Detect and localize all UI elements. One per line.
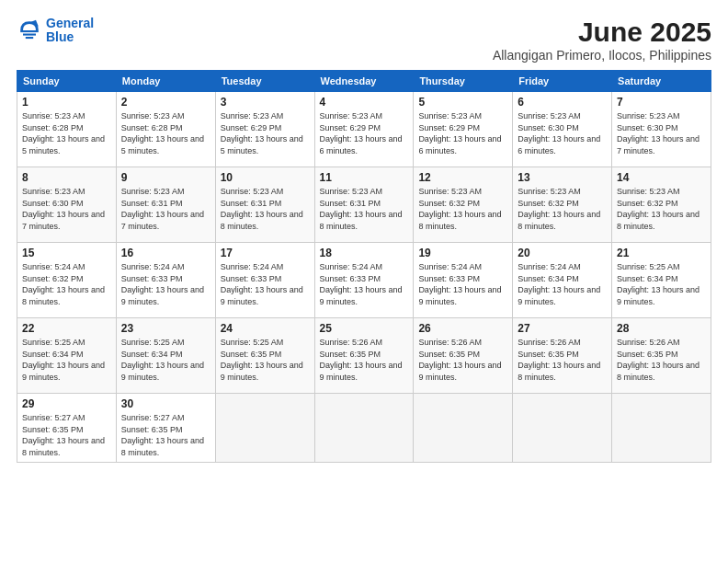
- day-info: Sunrise: 5:25 AM Sunset: 6:34 PM Dayligh…: [617, 261, 706, 307]
- logo-icon: [17, 17, 42, 43]
- day-number: 17: [221, 247, 310, 259]
- col-sunday: Sunday: [17, 71, 117, 92]
- day-number: 10: [221, 171, 310, 184]
- table-row: 12 Sunrise: 5:23 AM Sunset: 6:32 PM Dayl…: [414, 167, 513, 243]
- table-row: 27 Sunrise: 5:26 AM Sunset: 6:35 PM Dayl…: [513, 318, 612, 394]
- table-row: 21 Sunrise: 5:25 AM Sunset: 6:34 PM Dayl…: [612, 243, 711, 318]
- table-row: 28 Sunrise: 5:26 AM Sunset: 6:35 PM Dayl…: [612, 318, 711, 394]
- day-number: 18: [320, 247, 409, 259]
- day-number: 19: [418, 247, 507, 259]
- table-row: 8 Sunrise: 5:23 AM Sunset: 6:30 PM Dayli…: [17, 167, 117, 243]
- day-info: Sunrise: 5:23 AM Sunset: 6:29 PM Dayligh…: [221, 110, 310, 156]
- page: General Blue June 2025 Allangigan Primer…: [0, 0, 728, 563]
- day-info: Sunrise: 5:23 AM Sunset: 6:29 PM Dayligh…: [320, 110, 409, 156]
- table-row: 7 Sunrise: 5:23 AM Sunset: 6:30 PM Dayli…: [612, 92, 711, 167]
- day-number: 8: [22, 171, 111, 184]
- day-info: Sunrise: 5:26 AM Sunset: 6:35 PM Dayligh…: [320, 337, 409, 383]
- day-number: 13: [518, 171, 607, 184]
- table-row: 9 Sunrise: 5:23 AM Sunset: 6:31 PM Dayli…: [116, 167, 215, 243]
- day-number: 22: [22, 322, 111, 335]
- col-saturday: Saturday: [612, 71, 711, 92]
- day-info: Sunrise: 5:25 AM Sunset: 6:34 PM Dayligh…: [121, 337, 210, 383]
- calendar-row: 22 Sunrise: 5:25 AM Sunset: 6:34 PM Dayl…: [17, 318, 711, 394]
- day-number: 25: [320, 322, 409, 335]
- table-row: [414, 394, 513, 463]
- location-title: Allangigan Primero, Ilocos, Philippines: [493, 48, 711, 63]
- day-number: 24: [221, 322, 310, 335]
- day-number: 4: [320, 96, 409, 109]
- table-row: 30 Sunrise: 5:27 AM Sunset: 6:35 PM Dayl…: [116, 394, 215, 463]
- table-row: 14 Sunrise: 5:23 AM Sunset: 6:32 PM Dayl…: [612, 167, 711, 243]
- svg-rect-1: [23, 34, 36, 36]
- table-row: 1 Sunrise: 5:23 AM Sunset: 6:28 PM Dayli…: [17, 92, 117, 167]
- day-number: 1: [22, 96, 111, 109]
- day-info: Sunrise: 5:23 AM Sunset: 6:28 PM Dayligh…: [121, 110, 210, 156]
- day-info: Sunrise: 5:24 AM Sunset: 6:33 PM Dayligh…: [418, 261, 507, 307]
- title-block: June 2025 Allangigan Primero, Ilocos, Ph…: [493, 17, 711, 63]
- day-info: Sunrise: 5:27 AM Sunset: 6:35 PM Dayligh…: [121, 412, 210, 458]
- day-info: Sunrise: 5:24 AM Sunset: 6:33 PM Dayligh…: [121, 261, 210, 307]
- day-info: Sunrise: 5:24 AM Sunset: 6:34 PM Dayligh…: [518, 261, 607, 307]
- col-thursday: Thursday: [414, 71, 513, 92]
- day-info: Sunrise: 5:24 AM Sunset: 6:33 PM Dayligh…: [320, 261, 409, 307]
- day-info: Sunrise: 5:23 AM Sunset: 6:31 PM Dayligh…: [320, 186, 409, 232]
- table-row: 2 Sunrise: 5:23 AM Sunset: 6:28 PM Dayli…: [116, 92, 215, 167]
- col-wednesday: Wednesday: [314, 71, 414, 92]
- day-info: Sunrise: 5:23 AM Sunset: 6:32 PM Dayligh…: [518, 186, 607, 232]
- table-row: 13 Sunrise: 5:23 AM Sunset: 6:32 PM Dayl…: [513, 167, 612, 243]
- calendar-table: Sunday Monday Tuesday Wednesday Thursday…: [17, 70, 711, 463]
- table-row: 22 Sunrise: 5:25 AM Sunset: 6:34 PM Dayl…: [17, 318, 117, 394]
- table-row: 6 Sunrise: 5:23 AM Sunset: 6:30 PM Dayli…: [513, 92, 612, 167]
- calendar-row: 15 Sunrise: 5:24 AM Sunset: 6:32 PM Dayl…: [17, 243, 711, 318]
- table-row: 18 Sunrise: 5:24 AM Sunset: 6:33 PM Dayl…: [314, 243, 414, 318]
- day-info: Sunrise: 5:23 AM Sunset: 6:29 PM Dayligh…: [418, 110, 507, 156]
- table-row: 24 Sunrise: 5:25 AM Sunset: 6:35 PM Dayl…: [215, 318, 314, 394]
- day-info: Sunrise: 5:23 AM Sunset: 6:32 PM Dayligh…: [617, 186, 706, 232]
- day-info: Sunrise: 5:24 AM Sunset: 6:33 PM Dayligh…: [221, 261, 310, 307]
- col-monday: Monday: [116, 71, 215, 92]
- day-number: 5: [418, 96, 507, 109]
- calendar-header-row: Sunday Monday Tuesday Wednesday Thursday…: [17, 71, 711, 92]
- day-info: Sunrise: 5:26 AM Sunset: 6:35 PM Dayligh…: [518, 337, 607, 383]
- day-info: Sunrise: 5:23 AM Sunset: 6:30 PM Dayligh…: [617, 110, 706, 156]
- calendar-row: 8 Sunrise: 5:23 AM Sunset: 6:30 PM Dayli…: [17, 167, 711, 243]
- day-number: 16: [121, 247, 210, 259]
- day-number: 14: [617, 171, 706, 184]
- logo-text: General Blue: [46, 17, 94, 45]
- svg-rect-0: [20, 30, 39, 32]
- col-tuesday: Tuesday: [215, 71, 314, 92]
- day-info: Sunrise: 5:24 AM Sunset: 6:32 PM Dayligh…: [22, 261, 111, 307]
- table-row: 3 Sunrise: 5:23 AM Sunset: 6:29 PM Dayli…: [215, 92, 314, 167]
- logo-line2: Blue: [46, 29, 74, 44]
- header: General Blue June 2025 Allangigan Primer…: [17, 17, 711, 63]
- table-row: 5 Sunrise: 5:23 AM Sunset: 6:29 PM Dayli…: [414, 92, 513, 167]
- day-info: Sunrise: 5:23 AM Sunset: 6:28 PM Dayligh…: [22, 110, 111, 156]
- day-info: Sunrise: 5:25 AM Sunset: 6:34 PM Dayligh…: [22, 337, 111, 383]
- table-row: [314, 394, 414, 463]
- day-info: Sunrise: 5:23 AM Sunset: 6:32 PM Dayligh…: [418, 186, 507, 232]
- table-row: 19 Sunrise: 5:24 AM Sunset: 6:33 PM Dayl…: [414, 243, 513, 318]
- table-row: 26 Sunrise: 5:26 AM Sunset: 6:35 PM Dayl…: [414, 318, 513, 394]
- table-row: 29 Sunrise: 5:27 AM Sunset: 6:35 PM Dayl…: [17, 394, 117, 463]
- table-row: [215, 394, 314, 463]
- table-row: 23 Sunrise: 5:25 AM Sunset: 6:34 PM Dayl…: [116, 318, 215, 394]
- day-number: 20: [518, 247, 607, 259]
- table-row: 10 Sunrise: 5:23 AM Sunset: 6:31 PM Dayl…: [215, 167, 314, 243]
- table-row: 4 Sunrise: 5:23 AM Sunset: 6:29 PM Dayli…: [314, 92, 414, 167]
- day-info: Sunrise: 5:25 AM Sunset: 6:35 PM Dayligh…: [221, 337, 310, 383]
- day-info: Sunrise: 5:23 AM Sunset: 6:31 PM Dayligh…: [121, 186, 210, 232]
- table-row: 17 Sunrise: 5:24 AM Sunset: 6:33 PM Dayl…: [215, 243, 314, 318]
- calendar-row: 29 Sunrise: 5:27 AM Sunset: 6:35 PM Dayl…: [17, 394, 711, 463]
- day-number: 26: [418, 322, 507, 335]
- day-number: 21: [617, 247, 706, 259]
- table-row: [612, 394, 711, 463]
- day-number: 7: [617, 96, 706, 109]
- col-friday: Friday: [513, 71, 612, 92]
- day-number: 15: [22, 247, 111, 259]
- svg-rect-2: [26, 37, 33, 39]
- day-number: 23: [121, 322, 210, 335]
- day-number: 28: [617, 322, 706, 335]
- day-info: Sunrise: 5:26 AM Sunset: 6:35 PM Dayligh…: [418, 337, 507, 383]
- table-row: 15 Sunrise: 5:24 AM Sunset: 6:32 PM Dayl…: [17, 243, 117, 318]
- day-number: 6: [518, 96, 607, 109]
